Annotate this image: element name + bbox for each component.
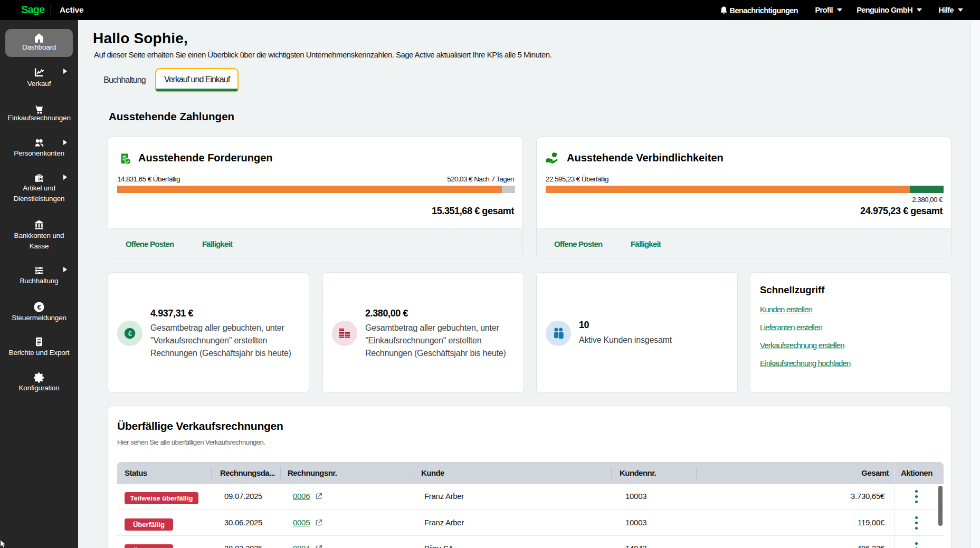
svg-text:€: € bbox=[128, 330, 132, 338]
svg-text:€: € bbox=[37, 303, 41, 311]
